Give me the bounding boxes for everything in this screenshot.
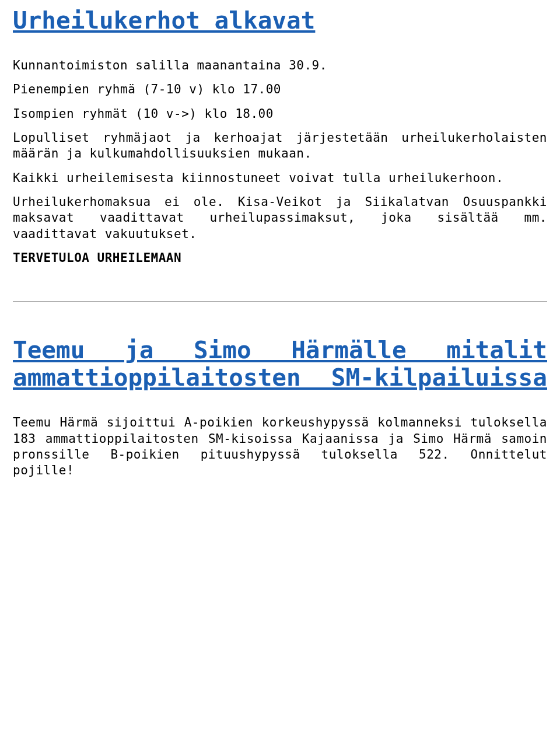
article-2: Teemu ja Simo Härmälle mitalit ammattiop… <box>13 337 547 478</box>
divider <box>13 301 547 302</box>
article-1-p6: Urheilukerhomaksua ei ole. Kisa-Veikot j… <box>13 194 547 242</box>
article-2-p1: Teemu Härmä sijoittui A-poikien korkeush… <box>13 415 547 478</box>
article-1-p4: Lopulliset ryhmäjaot ja kerhoajat järjes… <box>13 130 547 162</box>
article-2-title[interactable]: Teemu ja Simo Härmälle mitalit ammattiop… <box>13 337 547 392</box>
article-1-title[interactable]: Urheilukerhot alkavat <box>13 7 547 34</box>
article-1-p5: Kaikki urheilemisesta kiinnostuneet voiv… <box>13 170 547 186</box>
article-1-p1: Kunnantoimiston salilla maanantaina 30.9… <box>13 58 547 74</box>
article-1-p7: TERVETULOA URHEILEMAAN <box>13 250 547 266</box>
article-1-p2: Pienempien ryhmä (7-10 v) klo 17.00 <box>13 82 547 97</box>
article-1: Urheilukerhot alkavat Kunnantoimiston sa… <box>13 7 547 266</box>
article-1-p3: Isompien ryhmät (10 v->) klo 18.00 <box>13 106 547 122</box>
